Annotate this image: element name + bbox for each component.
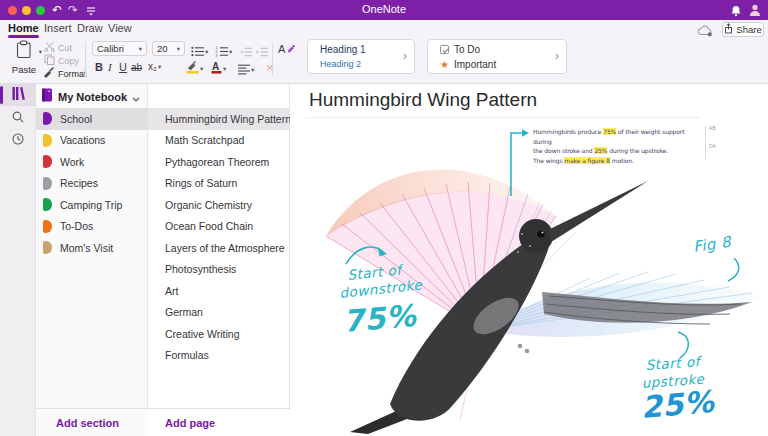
page-row[interactable]: Hummingbird Wing Pattern <box>148 108 290 130</box>
bold-button[interactable]: B <box>95 61 103 73</box>
clipboard-icon <box>16 45 33 62</box>
page-label: Pythagorean Theorem <box>165 156 269 168</box>
format-brush-icon <box>43 67 55 81</box>
italic-button[interactable]: I <box>108 61 112 73</box>
font-color-button[interactable]: A ▾ <box>211 60 226 78</box>
chevron-down-icon: ▾ <box>177 45 180 53</box>
share-button[interactable]: Share <box>722 22 764 37</box>
section-tab-icon <box>43 134 52 147</box>
rail-search-button[interactable] <box>0 107 36 129</box>
font-size-dropdown[interactable]: 20▾ <box>152 41 185 56</box>
tags-gallery[interactable]: To Do ★ Important › <box>427 39 567 74</box>
page-label: Organic Chemistry <box>165 199 252 211</box>
tab-home[interactable]: Home <box>8 22 39 34</box>
clear-formatting-button[interactable]: × <box>266 60 274 75</box>
section-row-recipes[interactable]: Recipes <box>36 173 148 195</box>
copy-icon <box>44 54 55 67</box>
style-heading1[interactable]: Heading 1 <box>320 44 366 55</box>
page-label: Creative Writing <box>165 328 240 340</box>
upstroke-label-line1: Start of <box>645 353 703 373</box>
page-label: Photosynthesis <box>165 263 236 275</box>
add-page-button[interactable]: Add page <box>148 408 290 436</box>
underline-button[interactable]: U <box>119 61 127 73</box>
page-row[interactable]: German <box>148 302 290 324</box>
bullet-list-button[interactable]: ▾ <box>191 43 208 61</box>
add-section-button[interactable]: Add section <box>36 408 148 436</box>
section-tab-icon <box>43 155 52 168</box>
paste-dropdown-chevron[interactable]: ▾ <box>39 48 42 56</box>
tag-todo[interactable]: To Do <box>440 44 480 55</box>
share-label: Share <box>736 24 761 35</box>
section-row-school[interactable]: School <box>36 108 148 130</box>
highlighter-button[interactable]: ▾ <box>186 60 203 78</box>
chevron-down-icon: ▾ <box>205 48 208 56</box>
styles-button[interactable]: A <box>278 41 295 59</box>
downstroke-value: 75% <box>342 298 420 339</box>
decrease-indent-button[interactable] <box>240 43 252 61</box>
copy-button[interactable]: Copy <box>44 54 79 67</box>
svg-text:A: A <box>212 61 219 72</box>
bullet-list-icon <box>191 43 204 61</box>
subscript-button[interactable]: x₂ ▾ <box>148 61 161 72</box>
chevron-down-icon: ▾ <box>223 65 226 73</box>
chevron-down-icon: ▾ <box>229 48 232 56</box>
styles-gallery[interactable]: Heading 1 Heading 2 › <box>307 39 415 74</box>
page-row[interactable]: Ocean Food Chain <box>148 216 290 238</box>
tag-important[interactable]: ★ Important <box>440 59 496 70</box>
notebook-switcher[interactable]: My Notebook <box>41 88 140 106</box>
page-row[interactable]: Pythagorean Theorem <box>148 151 290 173</box>
chevron-right-icon[interactable]: › <box>403 49 407 63</box>
section-tab-icon <box>43 241 52 254</box>
format-painter-button[interactable]: Format <box>43 67 87 81</box>
page-label: Rings of Saturn <box>165 177 237 189</box>
paragraph-align-button[interactable]: ▾ <box>238 61 254 79</box>
chevron-right-icon[interactable]: › <box>555 49 559 63</box>
font-name-dropdown[interactable]: Calibri▾ <box>92 41 147 56</box>
copy-label: Copy <box>58 56 79 66</box>
page-row[interactable]: Math Scratchpad <box>148 130 290 152</box>
share-icon <box>724 23 733 36</box>
tab-draw[interactable]: Draw <box>77 22 103 34</box>
page-row[interactable]: Rings of Saturn <box>148 173 290 195</box>
subscript-glyph: x₂ <box>148 61 157 72</box>
style-heading2[interactable]: Heading 2 <box>320 59 361 69</box>
account-avatar[interactable] <box>748 3 762 21</box>
page-row[interactable]: Art <box>148 280 290 302</box>
cut-button[interactable]: Cut <box>44 41 72 54</box>
section-tab-icon <box>43 198 52 211</box>
fig8-label: Fig 8 <box>692 233 733 256</box>
section-label: Recipes <box>60 177 98 189</box>
navigation-rail <box>0 84 36 436</box>
section-label: Camping Trip <box>60 199 122 211</box>
section-row-to-dos[interactable]: To-Dos <box>36 216 148 238</box>
upstroke-value: 25% <box>640 384 718 425</box>
page-row[interactable]: Creative Writing <box>148 323 290 345</box>
tab-insert[interactable]: Insert <box>44 22 72 34</box>
increase-indent-button[interactable] <box>256 43 268 61</box>
rail-notebooks-button[interactable] <box>0 84 36 106</box>
eye <box>537 230 544 237</box>
paste-button[interactable]: ▾ Paste <box>8 40 40 80</box>
page-row[interactable]: Formulas <box>148 345 290 367</box>
rail-recent-button[interactable] <box>0 129 36 151</box>
styles-icon: A <box>278 41 295 59</box>
section-row-work[interactable]: Work <box>36 151 148 173</box>
page-canvas[interactable]: Hummingbird Wing Pattern Hummingbirds pr… <box>290 84 768 436</box>
section-row-moms-visit[interactable]: Mom's Visit <box>36 237 148 259</box>
section-row-camping-trip[interactable]: Camping Trip <box>36 194 148 216</box>
numbered-list-button[interactable]: 123 ▾ <box>215 43 232 61</box>
page-row[interactable]: Photosynthesis <box>148 259 290 281</box>
page-label: Layers of the Atmosphere <box>165 242 285 254</box>
ink-annotation-upstroke: Start of upstroke 25% <box>640 332 718 425</box>
format-label: Format <box>58 69 87 79</box>
section-row-vacations[interactable]: Vacations <box>36 130 148 152</box>
tab-view[interactable]: View <box>108 22 132 34</box>
important-star-icon: ★ <box>440 60 449 70</box>
strikethrough-button[interactable]: ab <box>131 62 142 73</box>
app-title: OneNote <box>0 3 768 15</box>
chevron-down-icon: ▾ <box>139 45 142 53</box>
page-row[interactable]: Layers of the Atmosphere <box>148 237 290 259</box>
chevron-down-icon <box>132 88 140 106</box>
note-pointer-arrow <box>511 133 523 196</box>
page-row[interactable]: Organic Chemistry <box>148 194 290 216</box>
